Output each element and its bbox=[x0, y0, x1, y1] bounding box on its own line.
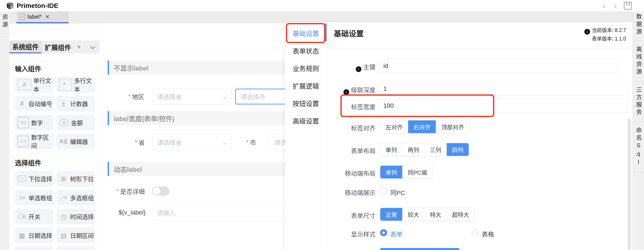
palette-item-auto-number[interactable]: # 自动编号 bbox=[15, 96, 53, 111]
palette-tabs: 系统组件 扩展组件 ≡ bbox=[9, 40, 100, 53]
palette-item-partial[interactable] bbox=[15, 247, 53, 250]
list-view-icon[interactable]: ≡ bbox=[78, 44, 80, 50]
palette-item-editor[interactable]: A≣ 编辑器 bbox=[56, 134, 95, 149]
label-align-group: 左对齐 右对齐 顶部对齐 bbox=[380, 120, 470, 133]
single-line-text-icon: A bbox=[18, 79, 31, 90]
app-title: Primeton-IDE bbox=[17, 2, 58, 9]
menu-item-business-rules[interactable]: 业务规则 bbox=[285, 61, 326, 75]
display-style-label: 显示样式 bbox=[325, 230, 376, 239]
size-xlarge-button[interactable]: 特大 bbox=[424, 208, 446, 221]
palette-item-number-range[interactable]: 1~3 数字区间 bbox=[15, 134, 53, 149]
label-width-input[interactable]: 100 bbox=[379, 99, 628, 113]
info-icon: i bbox=[344, 89, 349, 95]
sidebar-item-resources[interactable]: 资源 bbox=[2, 14, 8, 29]
palette-item-tree-dropdown[interactable]: ⊞ 树形下拉 bbox=[56, 171, 95, 186]
form-radio-label[interactable]: 表单 bbox=[390, 230, 402, 239]
detail-toggle-off[interactable] bbox=[152, 187, 170, 196]
palette-item-switch[interactable]: 开关 bbox=[15, 209, 53, 224]
menu-item-button-settings[interactable]: 按钮设置 bbox=[285, 97, 326, 110]
palette-section-input: 输入组件 bbox=[15, 63, 41, 73]
switch-icon bbox=[18, 214, 26, 219]
menu-item-basic-settings[interactable]: 基础设置 bbox=[285, 26, 326, 40]
table-radio-label[interactable]: 表格 bbox=[482, 230, 494, 239]
sidebar-item-datasource[interactable]: 数据源 bbox=[636, 13, 641, 36]
form-row-region: * 地区 bbox=[128, 89, 144, 104]
two-column-button[interactable]: 两列 bbox=[402, 143, 424, 156]
province-select[interactable]: 请选择省 bbox=[152, 89, 232, 104]
dropdown-select-icon bbox=[18, 176, 26, 182]
align-top-button[interactable]: 顶部对齐 bbox=[436, 120, 469, 133]
palette-item-radio-group[interactable]: ⊙≡ 单选框组 bbox=[15, 190, 53, 205]
palette-item-checkbox-group[interactable]: ✓≡ 多选框组 bbox=[56, 190, 95, 205]
palette-item-single-line-text[interactable]: A 单行文本 bbox=[15, 77, 53, 92]
one-column-button[interactable]: 单列 bbox=[380, 143, 402, 156]
number-icon: 123 bbox=[18, 117, 29, 128]
sidebar-item-offline-resources[interactable]: 离线资源 bbox=[636, 46, 641, 76]
cascade-depth-label: i级联深度 bbox=[325, 85, 376, 95]
version-info: i当前版本: 8.2.7 表单版本: 1.1.0 bbox=[584, 26, 626, 43]
required-asterisk: * bbox=[116, 188, 119, 195]
radio-group-icon: ⊙≡ bbox=[18, 193, 26, 202]
chevron-down-icon bbox=[223, 95, 227, 98]
required-asterisk: * bbox=[246, 139, 248, 146]
menu-item-advanced-settings[interactable]: 高级设置 bbox=[285, 114, 326, 127]
settings-drawer: 基础设置 表单状态 业务规则 扩展逻辑 按钮设置 高级设置 基础设置 i当前版本… bbox=[285, 22, 632, 250]
palette-item-date-range[interactable]: ▤ 日期区间 bbox=[56, 228, 95, 243]
form-row-province: * 省 bbox=[135, 134, 145, 150]
form-row-detail: * 是否详细 bbox=[116, 187, 145, 196]
three-column-button[interactable]: 三列 bbox=[424, 143, 446, 156]
tab-label-form[interactable]: label* ✕ bbox=[16, 11, 68, 23]
palette-item-multi-line-text[interactable]: A 多行文本 bbox=[56, 77, 95, 92]
palette-item-date-picker[interactable]: ▦ 日期选择 bbox=[15, 228, 53, 243]
sidebar-item-named-sql[interactable]: 命名Sql bbox=[636, 127, 641, 167]
size-large-button[interactable]: 较大 bbox=[402, 208, 424, 221]
multi-line-text-icon: A bbox=[59, 79, 72, 91]
cascade-depth-input[interactable]: 1 bbox=[379, 82, 628, 96]
mobile-one-column-button[interactable]: 单列 bbox=[380, 166, 402, 178]
back-arrow-icon[interactable]: ‹ bbox=[601, 2, 607, 9]
panel-title: 基础设置 bbox=[334, 28, 364, 38]
app-logo-icon bbox=[6, 1, 14, 10]
same-pc-checkbox-label[interactable]: 同PC bbox=[390, 188, 405, 197]
close-icon[interactable]: ✕ bbox=[45, 14, 50, 20]
form-layout-label: 表单布局 bbox=[325, 146, 376, 155]
tab-system-components[interactable]: 系统组件 bbox=[9, 40, 42, 53]
form-radio-selected[interactable] bbox=[380, 229, 387, 236]
table-radio-unselected[interactable] bbox=[472, 229, 479, 236]
size-xxlarge-button[interactable]: 超特大 bbox=[446, 208, 474, 221]
mobile-layout-group: 单列 同PC端 bbox=[380, 166, 432, 179]
menu-item-form-state[interactable]: 表单状态 bbox=[285, 44, 326, 57]
active-menu-indicator bbox=[325, 23, 326, 41]
titlebar: Primeton-IDE ‹ › bbox=[0, 0, 644, 11]
tab-extension-components[interactable]: 扩展组件 bbox=[42, 40, 74, 53]
number-range-icon: 1~3 bbox=[18, 136, 29, 147]
save-icon[interactable] bbox=[624, 2, 632, 10]
palette-item-dropdown-select[interactable]: 下拉选择 bbox=[15, 171, 53, 186]
section-accent-bar bbox=[108, 61, 109, 75]
checkbox-group-icon: ✓≡ bbox=[59, 193, 68, 202]
menu-item-extension-logic[interactable]: 扩展逻辑 bbox=[285, 79, 326, 92]
palette-item-time-picker[interactable]: ◷ 时间选择 bbox=[56, 209, 95, 224]
palette-item-currency[interactable]: ¥ 金额 bbox=[56, 115, 95, 130]
form-layout-group: 单列 两列 三列 四列 bbox=[380, 143, 469, 156]
same-as-pc-button[interactable]: 同PC端 bbox=[402, 166, 432, 178]
panel-scrollbar[interactable] bbox=[628, 118, 631, 250]
palette-item-counter[interactable]: ± 计数器 bbox=[56, 96, 95, 111]
palette-item-partial[interactable] bbox=[56, 247, 95, 250]
ide-window: Primeton-IDE ‹ › 资源 label* ✕ 系统组件 扩展组件 ≡… bbox=[0, 0, 644, 250]
rail-divider bbox=[0, 34, 9, 34]
forward-arrow-icon[interactable]: › bbox=[612, 2, 618, 9]
province-select-2[interactable]: 请选择省 bbox=[152, 134, 232, 150]
label-align-label: 标签对齐 bbox=[325, 123, 376, 132]
same-pc-checkbox[interactable] bbox=[380, 188, 387, 194]
sidebar-item-third-party-services[interactable]: 三方服务 bbox=[636, 87, 641, 116]
align-left-button[interactable]: 左对齐 bbox=[380, 120, 408, 133]
form-file-icon bbox=[20, 13, 25, 20]
align-right-button[interactable]: 右对齐 bbox=[408, 120, 436, 133]
palette-item-number[interactable]: 123 数字 bbox=[15, 115, 53, 130]
form-row-city: * 市 bbox=[246, 134, 256, 150]
size-normal-button[interactable]: 正常 bbox=[380, 208, 402, 221]
form-size-label: 表单尺寸 bbox=[325, 211, 376, 220]
four-column-button[interactable]: 四列 bbox=[446, 143, 469, 156]
primary-key-input[interactable]: id bbox=[379, 59, 618, 73]
